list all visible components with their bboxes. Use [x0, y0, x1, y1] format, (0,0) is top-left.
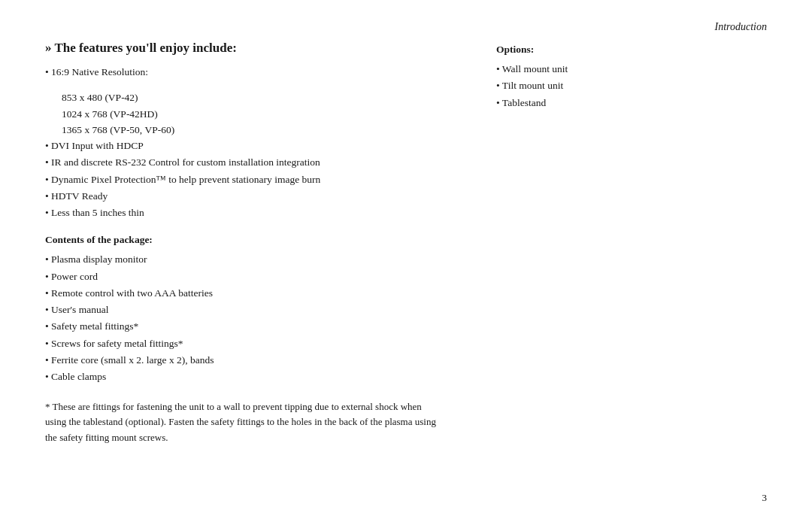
features-list: 16:9 Native Resolution:	[45, 65, 466, 80]
contents-list: Plasma display monitor Power cord Remote…	[45, 252, 466, 384]
resolution-1024: 1024 x 768 (VP-42HD)	[45, 107, 466, 122]
footnote: * These are fittings for fastening the u…	[45, 399, 436, 445]
page-number: 3	[762, 492, 767, 504]
option-tilt-mount: Tilt mount unit	[496, 78, 662, 93]
resolution-1365: 1365 x 768 (VP-50, VP-60)	[45, 123, 466, 138]
options-list: Wall mount unit Tilt mount unit Tablesta…	[496, 62, 662, 111]
header-title: Introduction	[715, 21, 767, 33]
option-wall-mount: Wall mount unit	[496, 62, 662, 77]
page-header: Introduction	[45, 21, 767, 33]
content-safety-fittings: Safety metal fittings*	[45, 319, 466, 334]
content-cable: Cable clamps	[45, 369, 466, 384]
content-power: Power cord	[45, 269, 466, 284]
content-manual: User's manual	[45, 302, 466, 317]
content-remote: Remote control with two AAA batteries	[45, 286, 466, 301]
left-column: » The features you'll enjoy include: 16:…	[45, 41, 466, 445]
content-screws: Screws for safety metal fittings*	[45, 336, 466, 351]
right-column: Options: Wall mount unit Tilt mount unit…	[496, 41, 662, 445]
contents-heading: Contents of the package:	[45, 234, 466, 246]
resolution-853: 853 x 480 (VP-42)	[45, 90, 466, 105]
options-heading: Options:	[496, 44, 662, 56]
content-ferrite: Ferrite core (small x 2. large x 2), ban…	[45, 353, 466, 368]
features-extra-list: DVI Input with HDCP IR and discrete RS-2…	[45, 138, 466, 220]
feature-thin: Less than 5 inches thin	[45, 205, 466, 220]
option-tablestand: Tablestand	[496, 96, 662, 111]
feature-hdtv: HDTV Ready	[45, 189, 466, 204]
feature-dvi: DVI Input with HDCP	[45, 138, 466, 153]
feature-resolution: 16:9 Native Resolution:	[45, 65, 466, 80]
main-content: » The features you'll enjoy include: 16:…	[45, 41, 767, 445]
page-container: Introduction » The features you'll enjoy…	[0, 0, 812, 525]
content-plasma: Plasma display monitor	[45, 252, 466, 267]
feature-dynamic-pixel: Dynamic Pixel Protection™ to help preven…	[45, 172, 466, 187]
main-heading: » The features you'll enjoy include:	[45, 41, 466, 56]
feature-ir: IR and discrete RS-232 Control for custo…	[45, 155, 466, 170]
